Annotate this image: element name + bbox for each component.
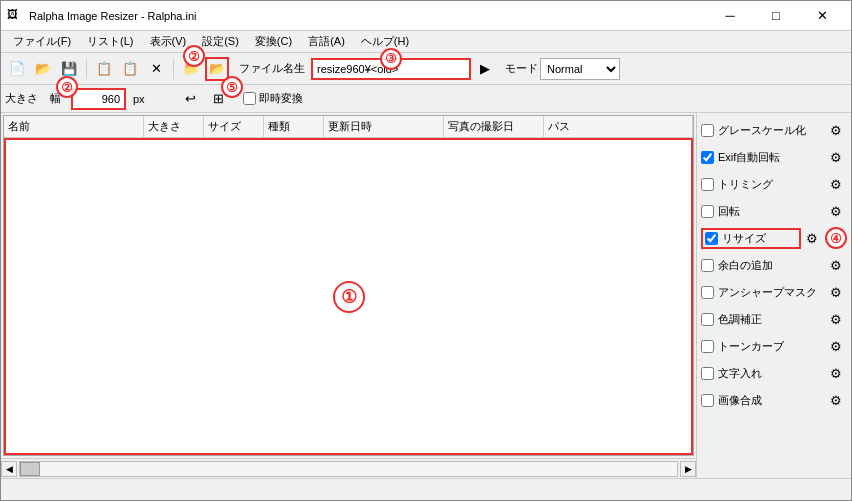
col-header-size[interactable]: 大きさ <box>144 116 204 137</box>
gear-btn-7[interactable]: ⚙ <box>825 308 847 330</box>
panel-checkbox-4[interactable] <box>705 232 718 245</box>
toolbar-sep-1 <box>86 59 87 79</box>
gear-btn-1[interactable]: ⚙ <box>825 146 847 168</box>
panel-checkbox-2[interactable] <box>701 178 714 191</box>
col-header-updated[interactable]: 更新日時 <box>324 116 444 137</box>
panel-check-label-2[interactable]: トリミング <box>701 177 825 192</box>
gear-btn-5[interactable]: ⚙ <box>825 254 847 276</box>
panel-item-label-1: Exif自動回転 <box>718 150 780 165</box>
col-header-filesize[interactable]: サイズ <box>204 116 264 137</box>
annotation-4: ④ <box>825 227 847 249</box>
toolbar-btn-open[interactable]: 📂 <box>31 57 55 81</box>
title-bar-buttons: ─ □ ✕ <box>707 1 845 31</box>
immediate-check[interactable]: 即時変換 <box>243 91 303 106</box>
size-label: 大きさ <box>5 91 38 106</box>
panel-checkbox-7[interactable] <box>701 313 714 326</box>
gear-btn-9[interactable]: ⚙ <box>825 362 847 384</box>
panel-item-label-4: リサイズ <box>722 231 766 246</box>
panel-row-3: 回転⚙ <box>701 198 847 224</box>
panel-item-label-8: トーンカーブ <box>718 339 784 354</box>
toolbar-btn-4[interactable]: 📋 <box>92 57 116 81</box>
immediate-checkbox[interactable] <box>243 92 256 105</box>
menu-item-言語A[interactable]: 言語(A) <box>300 31 353 53</box>
left-content: 名前 大きさ サイズ 種類 更新日時 写真の撮影日 <box>1 113 696 478</box>
panel-checkbox-1[interactable] <box>701 151 714 164</box>
panel-check-label-6[interactable]: アンシャープマスク <box>701 285 825 300</box>
panel-check-label-7[interactable]: 色調補正 <box>701 312 825 327</box>
toolbar-btn-delete[interactable]: ✕ <box>144 57 168 81</box>
panel-check-label-8[interactable]: トーンカーブ <box>701 339 825 354</box>
menu-item-変換C[interactable]: 変換(C) <box>247 31 300 53</box>
panel-item-label-10: 画像合成 <box>718 393 762 408</box>
col-header-name[interactable]: 名前 <box>4 116 144 137</box>
panel-item-label-7: 色調補正 <box>718 312 762 327</box>
panel-item-label-6: アンシャープマスク <box>718 285 817 300</box>
mode-select[interactable]: NormalQualitySpeed <box>540 58 620 80</box>
gear-btn-0[interactable]: ⚙ <box>825 119 847 141</box>
width-bar: 大きさ 幅 ② px ⑤ ↩ ⊞ 即時変換 <box>1 85 851 113</box>
title-bar-left: 🖼 Ralpha Image Resizer - Ralpha.ini <box>7 8 197 24</box>
width-input[interactable] <box>71 88 126 110</box>
file-list-area: 名前 大きさ サイズ 種類 更新日時 写真の撮影日 <box>3 115 694 456</box>
title-bar-title: Ralpha Image Resizer - Ralpha.ini <box>29 10 197 22</box>
panel-checkbox-6[interactable] <box>701 286 714 299</box>
gear-btn-3[interactable]: ⚙ <box>825 200 847 222</box>
hscrollbar[interactable] <box>19 461 678 477</box>
panel-check-label-0[interactable]: グレースケール化 <box>701 123 825 138</box>
panel-checkbox-0[interactable] <box>701 124 714 137</box>
minimize-button[interactable]: ─ <box>707 1 753 31</box>
col-header-photo[interactable]: 写真の撮影日 <box>444 116 544 137</box>
panel-row-2: トリミング⚙ <box>701 171 847 197</box>
gear-btn-2[interactable]: ⚙ <box>825 173 847 195</box>
toolbar-btn-new[interactable]: 📄 <box>5 57 29 81</box>
col-header-path[interactable]: パス <box>544 116 693 137</box>
gear-btn-4[interactable]: ⚙ <box>801 227 823 249</box>
gear-btn-10[interactable]: ⚙ <box>825 389 847 411</box>
app-window: 🖼 Ralpha Image Resizer - Ralpha.ini ─ □ … <box>0 0 852 501</box>
immediate-label: 即時変換 <box>259 91 303 106</box>
scroll-right-btn[interactable]: ▶ <box>680 461 696 477</box>
filename-wrap: ③ <box>311 58 471 80</box>
menu-item-リストL[interactable]: リスト(L) <box>79 31 141 53</box>
panel-check-label-4[interactable]: リサイズ <box>701 228 801 249</box>
panel-check-label-9[interactable]: 文字入れ <box>701 366 825 381</box>
mode-label: モード <box>505 61 538 76</box>
panel-row-10: 画像合成⚙ <box>701 387 847 413</box>
hscrollbar-thumb[interactable] <box>20 462 40 476</box>
width-unit: px <box>133 93 145 105</box>
annotation-2-width: ② <box>56 76 78 98</box>
panel-check-label-10[interactable]: 画像合成 <box>701 393 825 408</box>
panel-check-label-5[interactable]: 余白の追加 <box>701 258 825 273</box>
panel-check-label-1[interactable]: Exif自動回転 <box>701 150 825 165</box>
file-list-body[interactable]: ① <box>4 138 693 455</box>
panel-item-label-3: 回転 <box>718 204 740 219</box>
toolbar: 📄 📂 💾 📋 📋 ✕ 📁 📂 ② ファイル名生 ③ ▶ モード NormalQ… <box>1 53 851 85</box>
col-header-type[interactable]: 種類 <box>264 116 324 137</box>
panel-item-label-0: グレースケール化 <box>718 123 806 138</box>
panel-item-label-2: トリミング <box>718 177 773 192</box>
panel-checkbox-9[interactable] <box>701 367 714 380</box>
panel-row-8: トーンカーブ⚙ <box>701 333 847 359</box>
menu-item-ファイルF[interactable]: ファイル(F) <box>5 31 79 53</box>
file-list-header: 名前 大きさ サイズ 種類 更新日時 写真の撮影日 <box>4 116 693 138</box>
scrollbar-area: ◀ ▶ <box>1 458 696 478</box>
maximize-button[interactable]: □ <box>753 1 799 31</box>
panel-checkbox-8[interactable] <box>701 340 714 353</box>
toolbar-browse-btn[interactable]: ▶ <box>473 57 497 81</box>
gear-btn-6[interactable]: ⚙ <box>825 281 847 303</box>
right-panel: グレースケール化⚙Exif自動回転⚙トリミング⚙回転⚙リサイズ⚙④余白の追加⚙ア… <box>696 113 851 478</box>
scroll-left-btn[interactable]: ◀ <box>1 461 17 477</box>
width-reset-btn[interactable]: ↩ <box>179 87 203 111</box>
annotation-5: ⑤ <box>221 76 243 98</box>
panel-row-0: グレースケール化⚙ <box>701 117 847 143</box>
close-button[interactable]: ✕ <box>799 1 845 31</box>
panel-row-4: リサイズ⚙④ <box>701 225 847 251</box>
panel-check-label-3[interactable]: 回転 <box>701 204 825 219</box>
gear-btn-8[interactable]: ⚙ <box>825 335 847 357</box>
panel-checkbox-3[interactable] <box>701 205 714 218</box>
panel-checkbox-10[interactable] <box>701 394 714 407</box>
panel-row-7: 色調補正⚙ <box>701 306 847 332</box>
annotation-2: ② <box>183 45 205 67</box>
panel-checkbox-5[interactable] <box>701 259 714 272</box>
toolbar-btn-5[interactable]: 📋 <box>118 57 142 81</box>
